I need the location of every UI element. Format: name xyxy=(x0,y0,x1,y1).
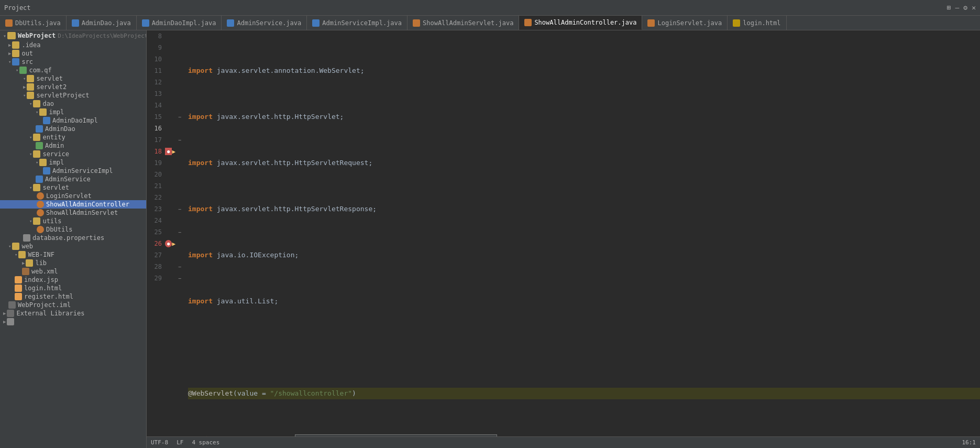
sidebar-item-admin[interactable]: Admin xyxy=(0,141,146,150)
loginhtml-icon xyxy=(15,285,22,292)
code-line-14 xyxy=(188,342,980,353)
sidebar-item-showalladminservlet[interactable]: ShowAllAdminServlet xyxy=(0,209,146,217)
fold-col: − − − − − − xyxy=(175,30,184,436)
sidebar-project-header[interactable]: ▾ WebProject D:\IdeaProjects\WebProject xyxy=(0,30,146,41)
code-line-12: import java.io.IOException; xyxy=(188,249,980,261)
title-icon-collapse[interactable]: — xyxy=(955,4,960,12)
project-name: WebProject xyxy=(18,32,56,39)
servlet-inner-folder-icon xyxy=(33,184,40,191)
sidebar-item-indexjsp[interactable]: index.jsp xyxy=(0,276,146,284)
fold-28: − xyxy=(175,261,184,272)
code-container[interactable]: 8 9 10 11 12 13 14 15 16 17 18 19 20 21 … xyxy=(147,30,980,436)
sidebar-item-entity[interactable]: ▾ entity xyxy=(0,133,146,141)
title-icon-layout[interactable]: ⊞ xyxy=(947,4,951,12)
tab-showalladminservlet[interactable]: ShowAllAdminServlet.java xyxy=(408,16,519,30)
dbutils-java-icon xyxy=(37,226,44,233)
line-num-16: 16 xyxy=(147,123,165,134)
sidebar-item-admindao[interactable]: AdminDao xyxy=(0,125,146,133)
sidebar-item-impl-dao[interactable]: ▾ impl xyxy=(0,108,146,116)
title-project[interactable]: Project xyxy=(4,4,31,12)
admin-java-icon xyxy=(36,142,43,149)
out-folder-icon xyxy=(12,50,19,57)
fold-12 xyxy=(175,77,184,88)
tab-icon-adminservice xyxy=(227,19,234,27)
sidebar-item-admindaoimpl[interactable]: AdminDaoImpl xyxy=(0,116,146,125)
admindaoimpl-java-icon xyxy=(43,117,50,124)
editor-area: 8 9 10 11 12 13 14 15 16 17 18 19 20 21 … xyxy=(147,30,980,448)
status-indent[interactable]: 4 spaces xyxy=(192,439,219,446)
tab-adminserviceimpl[interactable]: AdminServiceImpl.java xyxy=(307,16,408,30)
gutter-17 xyxy=(165,134,175,146)
sidebar-item-comqf[interactable]: ▾ com.qf xyxy=(0,66,146,74)
fold-19 xyxy=(175,157,184,169)
tab-admindaoimpl[interactable]: AdminDaoImpl.java xyxy=(137,16,222,30)
tab-loginservlet[interactable]: LoginServlet.java xyxy=(642,16,728,30)
sidebar-item-dao[interactable]: ▾ dao xyxy=(0,100,146,108)
sidebar-item-src[interactable]: ▾ src xyxy=(0,58,146,66)
webinf-folder-icon xyxy=(18,251,26,258)
gutter-29 xyxy=(165,272,175,284)
line-num-13: 13 xyxy=(147,88,165,100)
tab-admindao[interactable]: AdminDao.java xyxy=(67,16,137,30)
gutter-25 xyxy=(165,226,175,238)
sidebar-item-utils[interactable]: ▾ utils xyxy=(0,217,146,225)
servlet2-folder-icon xyxy=(27,83,34,91)
code-line-13: import java.util.List; xyxy=(188,296,980,307)
sidebar-item-servletproject[interactable]: ▾ servletProject xyxy=(0,91,146,100)
line-num-25: 25 xyxy=(147,226,165,238)
code-content[interactable]: import javax.servlet.annotation.WebServl… xyxy=(184,30,980,436)
title-icon-close[interactable]: ✕ xyxy=(972,4,976,12)
sidebar-item-servlet-top[interactable]: ▾ servlet xyxy=(0,74,146,83)
sidebar-item-servlet2[interactable]: ▶ servlet2 xyxy=(0,83,146,91)
sidebar-item-servlet-inner[interactable]: ▾ servlet xyxy=(0,183,146,192)
fold-22 xyxy=(175,192,184,203)
tab-showalladmincontroller[interactable]: ShowAllAdminController.java xyxy=(519,16,642,30)
sidebar-item-webinf[interactable]: ▾ WEB-INF xyxy=(0,250,146,259)
fold-15: − xyxy=(175,111,184,123)
sidebar-item-web[interactable]: ▾ web xyxy=(0,242,146,250)
sidebar-item-impl-service[interactable]: ▾ impl xyxy=(0,158,146,167)
sidebar-item-loginservlet[interactable]: LoginServlet xyxy=(0,192,146,200)
gutter-26-bp[interactable]: ●▶ xyxy=(165,238,175,249)
sidebar-item-loginhtml[interactable]: login.html xyxy=(0,284,146,292)
sidebar-item-idea[interactable]: ▶ .idea xyxy=(0,41,146,49)
fold-16 xyxy=(175,123,184,134)
tab-icon-loginservlet xyxy=(647,19,655,27)
sidebar-item-adminserviceimpl[interactable]: AdminServiceImpl xyxy=(0,167,146,175)
sidebar-item-showalladmincontroller[interactable]: ShowAllAdminController xyxy=(0,200,146,209)
sidebar-item-scratches[interactable]: ▶ xyxy=(0,318,146,326)
iml-icon xyxy=(8,301,16,309)
gutter-28 xyxy=(165,261,175,272)
gutter-15 xyxy=(165,111,175,123)
line-num-28: 28 xyxy=(147,261,165,272)
gutter-24 xyxy=(165,215,175,226)
sidebar-item-adminservice[interactable]: AdminService xyxy=(0,175,146,183)
sidebar-item-lib[interactable]: ▶ lib xyxy=(0,259,146,267)
scratches-icon xyxy=(7,318,14,325)
sidebar-item-out[interactable]: ▶ out xyxy=(0,49,146,58)
fold-24 xyxy=(175,215,184,226)
sidebar-item-database-properties[interactable]: database.properties xyxy=(0,234,146,242)
code-line-16: public class S Typo: In word 'showallcon… xyxy=(188,434,980,436)
sidebar-item-dbutils[interactable]: DbUtils xyxy=(0,225,146,234)
gutter-14 xyxy=(165,100,175,111)
line-num-12: 12 xyxy=(147,77,165,88)
tab-adminservice[interactable]: AdminService.java xyxy=(222,16,307,30)
sidebar-item-external-libraries[interactable]: ▶ External Libraries xyxy=(0,309,146,318)
status-line-ending[interactable]: LF xyxy=(177,439,183,446)
tab-loginhtml[interactable]: login.html xyxy=(728,16,786,30)
gutter-col: ●▶ ●▶ xyxy=(165,30,175,436)
service-folder-icon xyxy=(33,150,40,158)
sidebar-item-service[interactable]: ▾ service xyxy=(0,150,146,158)
sidebar-item-registerhtml[interactable]: register.html xyxy=(0,292,146,301)
fold-26 xyxy=(175,238,184,249)
sidebar-item-webxml[interactable]: web.xml xyxy=(0,267,146,276)
status-encoding[interactable]: UTF-8 xyxy=(151,439,168,446)
showalladmincontroller-java-icon xyxy=(37,201,44,208)
gutter-18-bp[interactable]: ●▶ xyxy=(165,146,175,157)
tab-icon-showalladmincontroller xyxy=(524,19,532,26)
title-icon-settings[interactable]: ⚙ xyxy=(963,4,967,12)
tab-dbutils[interactable]: DbUtils.java xyxy=(0,16,67,30)
line-num-22: 22 xyxy=(147,192,165,203)
sidebar-item-webproject-iml[interactable]: WebProject.iml xyxy=(0,301,146,309)
